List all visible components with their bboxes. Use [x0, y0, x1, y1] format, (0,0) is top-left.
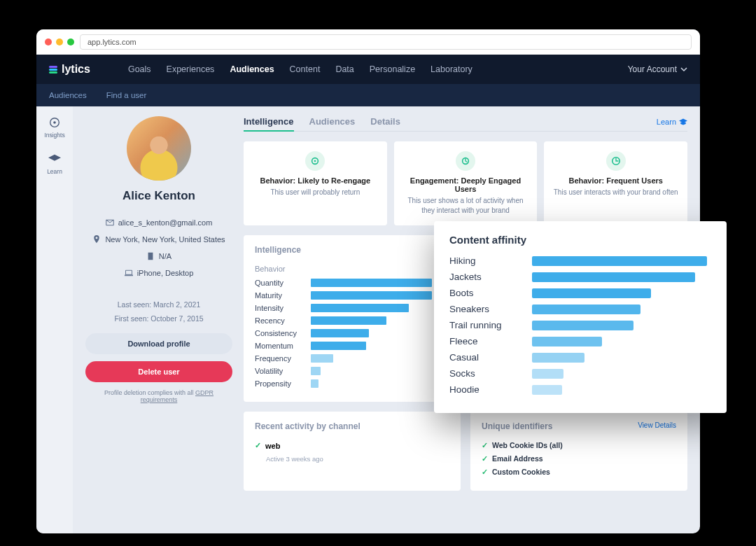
identifier-item: ✓Custom Cookies [482, 468, 676, 476]
minimize-window-dot[interactable] [56, 38, 63, 46]
maximize-window-dot[interactable] [67, 38, 74, 46]
insight-card[interactable]: Behavior: Likely to Re-engageThis user w… [244, 141, 387, 225]
nav-experiences[interactable]: Experiences [167, 64, 215, 74]
avatar [127, 116, 191, 181]
address-bar[interactable]: app.lytics.com [80, 34, 692, 50]
profile-name: Alice Kenton [122, 189, 195, 203]
view-details-link[interactable]: View Details [638, 421, 676, 429]
insight-icon [606, 151, 626, 171]
identifier-item: ✓Email Address [482, 454, 676, 463]
chevron-down-icon [680, 66, 687, 73]
insight-card[interactable]: Engagement: Deeply Engaged UsersThis use… [394, 141, 538, 225]
affinity-row: Sneakers [449, 304, 711, 314]
nav-personalize[interactable]: Personalize [370, 64, 415, 74]
profile-location: New York, New York, United States [92, 235, 225, 244]
nav-goals[interactable]: Goals [128, 64, 151, 74]
tab-intelligence[interactable]: Intelligence [244, 116, 294, 132]
mail-icon [106, 218, 114, 227]
browser-chrome: app.lytics.com [36, 29, 700, 55]
svg-point-1 [53, 121, 56, 124]
learn-link[interactable]: Learn [657, 118, 687, 126]
graduation-icon [679, 118, 687, 126]
insight-card[interactable]: Behavior: Frequent UsersThis user intera… [544, 141, 687, 225]
profile-sidebar: Alice Kenton alice_s_kenton@gmail.com Ne… [85, 116, 232, 524]
profile-devices: iPhone, Desktop [125, 269, 194, 277]
tab-audiences[interactable]: Audiences [309, 116, 356, 127]
content-affinity-overlay: Content affinity HikingJacketsBootsSneak… [434, 221, 727, 413]
graduation-icon [48, 153, 61, 165]
svg-point-3 [314, 160, 316, 162]
affinity-row: Boots [449, 288, 711, 298]
nav-laboratory[interactable]: Laboratory [430, 64, 472, 74]
profile-company: N/A [146, 252, 172, 260]
delete-user-button[interactable]: Delete user [85, 361, 232, 382]
tab-details[interactable]: Details [370, 116, 400, 127]
download-profile-button[interactable]: Download profile [85, 333, 232, 354]
affinity-row: Casual [449, 352, 711, 363]
account-menu[interactable]: Your Account [628, 64, 687, 74]
side-rail: InsightsLearn [36, 106, 73, 533]
profile-seen-meta: Last seen: March 2, 2021 First seen: Oct… [114, 298, 203, 326]
profile-email: alice_s_kenton@gmail.com [106, 218, 213, 227]
affinity-row: Hoodie [449, 384, 711, 395]
target-icon [48, 116, 61, 129]
check-icon: ✓ [482, 468, 488, 476]
top-nav: lytics GoalsExperiencesAudiencesContentD… [36, 55, 700, 84]
close-window-dot[interactable] [45, 38, 52, 46]
laptop-icon [125, 269, 133, 277]
affinity-row: Hiking [449, 255, 711, 266]
gdpr-note: Profile deletion complies with all GDPR … [85, 389, 232, 403]
check-icon: ✓ [255, 441, 261, 450]
nav-content[interactable]: Content [290, 64, 321, 74]
recent-activity-panel: Recent activity by channel ✓ web Active … [244, 412, 461, 491]
subnav-audiences[interactable]: Audiences [49, 91, 87, 99]
identifiers-panel: View Details Unique identifiers ✓Web Coo… [470, 412, 687, 491]
affinity-row: Socks [449, 368, 711, 379]
affinity-row: Jackets [449, 272, 711, 282]
insight-cards: Behavior: Likely to Re-engageThis user w… [244, 141, 687, 225]
affinity-row: Trail running [449, 320, 711, 330]
rail-learn[interactable]: Learn [47, 153, 62, 175]
subnav-find-a-user[interactable]: Find a user [106, 91, 147, 99]
sub-nav: AudiencesFind a user [36, 84, 700, 106]
insight-icon [456, 151, 475, 171]
building-icon [146, 252, 155, 260]
check-icon: ✓ [482, 454, 488, 463]
check-icon: ✓ [482, 441, 488, 449]
pin-icon [92, 235, 101, 244]
profile-tabs: IntelligenceAudiencesDetails Learn [244, 116, 687, 132]
identifier-item: ✓Web Cookie IDs (all) [482, 441, 676, 449]
rail-insights[interactable]: Insights [44, 116, 64, 139]
insight-icon [305, 151, 325, 171]
affinity-row: Fleece [449, 336, 711, 346]
nav-audiences[interactable]: Audiences [230, 64, 274, 74]
nav-data[interactable]: Data [335, 64, 354, 74]
brand-logo[interactable]: lytics [49, 63, 90, 76]
activity-item: ✓ web [255, 441, 449, 450]
